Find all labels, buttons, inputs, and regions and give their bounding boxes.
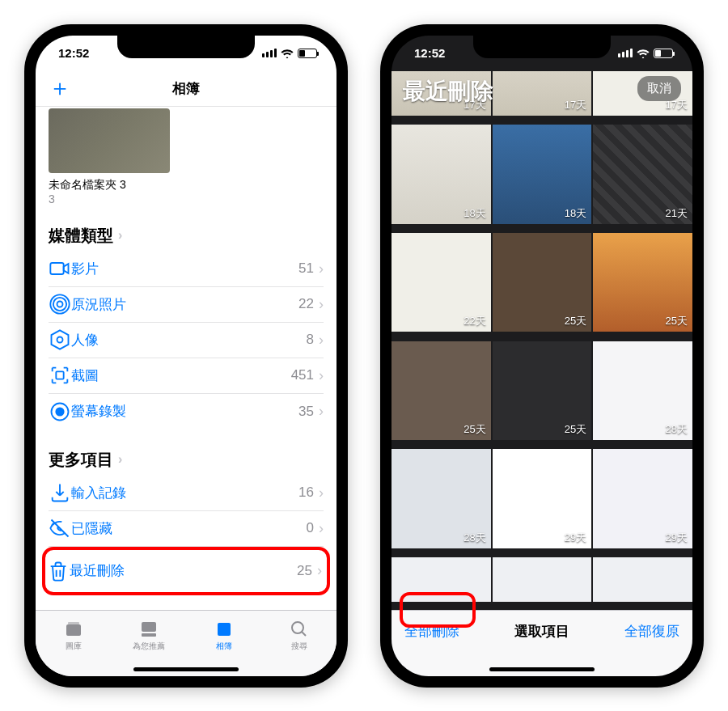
row-screenshot[interactable]: 截圖 451 › bbox=[49, 358, 324, 394]
row-count: 451 bbox=[291, 367, 314, 383]
row-live[interactable]: 原況照片 22 › bbox=[49, 287, 324, 323]
photo-thumbnail[interactable]: 25天 bbox=[593, 233, 692, 332]
video-icon bbox=[49, 257, 71, 280]
svg-point-7 bbox=[56, 408, 63, 415]
svg-rect-11 bbox=[142, 633, 156, 637]
chevron-right-icon: › bbox=[319, 296, 324, 313]
chevron-right-icon: › bbox=[118, 452, 122, 467]
svg-rect-5 bbox=[56, 371, 63, 379]
row-recording[interactable]: 螢幕錄製 35 › bbox=[49, 394, 324, 430]
status-time: 12:52 bbox=[414, 46, 445, 60]
photo-thumbnail[interactable]: 18天 bbox=[493, 125, 592, 224]
photo-thumbnail[interactable]: 21天 bbox=[593, 125, 692, 224]
chevron-right-icon: › bbox=[319, 260, 324, 277]
section-media-types[interactable]: 媒體類型 › bbox=[49, 225, 324, 247]
screenshot-icon bbox=[49, 364, 71, 387]
battery-icon bbox=[298, 49, 317, 58]
highlight-delete-all bbox=[400, 592, 476, 628]
row-label: 已隱藏 bbox=[71, 519, 307, 538]
select-items-label: 選取項目 bbox=[459, 622, 624, 641]
home-indicator[interactable] bbox=[489, 667, 595, 671]
record-icon bbox=[49, 400, 71, 423]
row-portrait[interactable]: 人像 8 › bbox=[49, 323, 324, 358]
battery-icon bbox=[654, 49, 673, 58]
days-label: 22天 bbox=[463, 314, 485, 328]
phone-frame-left: 12:52 ＋ 相簿 未命名檔案夾 3 3 媒體類型 › 影片 bbox=[24, 24, 348, 688]
live-icon bbox=[49, 293, 71, 315]
status-time: 12:52 bbox=[58, 46, 89, 60]
wifi-icon bbox=[281, 49, 294, 58]
album-name: 未命名檔案夾 3 bbox=[49, 178, 324, 193]
portrait-icon bbox=[49, 328, 71, 351]
status-icons bbox=[618, 49, 673, 58]
photo-thumbnail[interactable]: 22天 bbox=[392, 233, 491, 332]
svg-rect-12 bbox=[218, 623, 231, 636]
row-recently-deleted[interactable]: 最近刪除 25 › bbox=[47, 553, 322, 589]
row-label: 螢幕錄製 bbox=[71, 402, 298, 421]
svg-point-1 bbox=[57, 302, 63, 307]
more-rows: 輸入記錄 16 › 已隱藏 0 › 最近刪除 25 › bbox=[49, 476, 324, 595]
tab-foryou[interactable]: 為您推薦 bbox=[111, 611, 186, 662]
chevron-right-icon: › bbox=[317, 562, 322, 579]
album-thumbnail[interactable] bbox=[49, 108, 170, 173]
add-button[interactable]: ＋ bbox=[49, 77, 71, 99]
photo-thumbnail[interactable]: 18天 bbox=[392, 125, 491, 224]
svg-point-13 bbox=[292, 622, 303, 633]
wifi-icon bbox=[637, 49, 650, 58]
cellular-icon bbox=[262, 49, 277, 57]
tab-label: 圖庫 bbox=[66, 641, 82, 652]
svg-rect-10 bbox=[142, 622, 156, 632]
screen-recently-deleted: 12:52 最近刪除 取消 17天 17天 17天 18天 18天 21天 22… bbox=[392, 36, 692, 676]
status-icons bbox=[262, 49, 317, 58]
photo-thumbnail[interactable] bbox=[493, 557, 592, 602]
chevron-right-icon: › bbox=[118, 228, 122, 243]
row-count: 8 bbox=[307, 332, 314, 348]
row-count: 25 bbox=[297, 563, 312, 579]
row-count: 35 bbox=[298, 404, 314, 420]
tab-label: 搜尋 bbox=[291, 641, 307, 652]
row-imports[interactable]: 輸入記錄 16 › bbox=[49, 476, 324, 511]
days-label: 25天 bbox=[565, 314, 586, 328]
section-more[interactable]: 更多項目 › bbox=[49, 449, 324, 471]
tab-label: 相簿 bbox=[216, 641, 232, 652]
notch bbox=[117, 36, 255, 58]
notch bbox=[473, 36, 611, 58]
photo-thumbnail[interactable]: 25天 bbox=[493, 341, 592, 441]
svg-point-2 bbox=[53, 298, 66, 311]
cellular-icon bbox=[618, 49, 633, 57]
photo-thumbnail[interactable]: 25天 bbox=[493, 233, 592, 332]
tab-search[interactable]: 搜尋 bbox=[261, 611, 336, 662]
photo-grid: 17天 17天 17天 18天 18天 21天 22天 25天 25天 25天 … bbox=[392, 71, 692, 610]
cancel-button[interactable]: 取消 bbox=[637, 76, 681, 101]
days-label: 29天 bbox=[565, 531, 586, 545]
tab-library[interactable]: 圖庫 bbox=[36, 611, 111, 662]
tab-bar: 圖庫 為您推薦 相簿 搜尋 bbox=[36, 610, 336, 676]
row-hidden[interactable]: 已隱藏 0 › bbox=[49, 511, 324, 547]
nav-title: 相簿 bbox=[172, 79, 200, 98]
screen-title: 最近刪除 bbox=[403, 76, 493, 107]
svg-rect-8 bbox=[66, 624, 81, 636]
svg-point-4 bbox=[57, 337, 63, 343]
days-label: 25天 bbox=[666, 314, 688, 328]
photo-thumbnail[interactable]: 28天 bbox=[392, 449, 491, 548]
photo-thumbnail[interactable]: 29天 bbox=[493, 449, 592, 548]
days-label: 18天 bbox=[565, 206, 586, 221]
photo-thumbnail[interactable]: 25天 bbox=[392, 341, 491, 441]
recover-all-button[interactable]: 全部復原 bbox=[624, 622, 679, 641]
row-count: 22 bbox=[298, 296, 314, 312]
days-label: 21天 bbox=[666, 206, 688, 221]
photo-thumbnail[interactable] bbox=[593, 557, 692, 602]
tab-albums[interactable]: 相簿 bbox=[186, 611, 261, 662]
chevron-right-icon: › bbox=[319, 332, 324, 349]
photo-thumbnail[interactable]: 28天 bbox=[593, 341, 692, 441]
albums-content: 未命名檔案夾 3 3 媒體類型 › 影片 51 › 原況照片 22 › bbox=[36, 107, 336, 610]
row-count: 0 bbox=[307, 520, 314, 536]
section-title: 媒體類型 bbox=[49, 225, 113, 247]
row-count: 16 bbox=[298, 485, 314, 501]
home-indicator[interactable] bbox=[133, 667, 239, 671]
photo-thumbnail[interactable]: 29天 bbox=[593, 449, 692, 548]
album-count: 3 bbox=[49, 193, 324, 205]
row-video[interactable]: 影片 51 › bbox=[49, 252, 324, 287]
media-rows: 影片 51 › 原況照片 22 › 人像 8 › bbox=[49, 252, 324, 430]
row-label: 輸入記錄 bbox=[71, 484, 298, 502]
